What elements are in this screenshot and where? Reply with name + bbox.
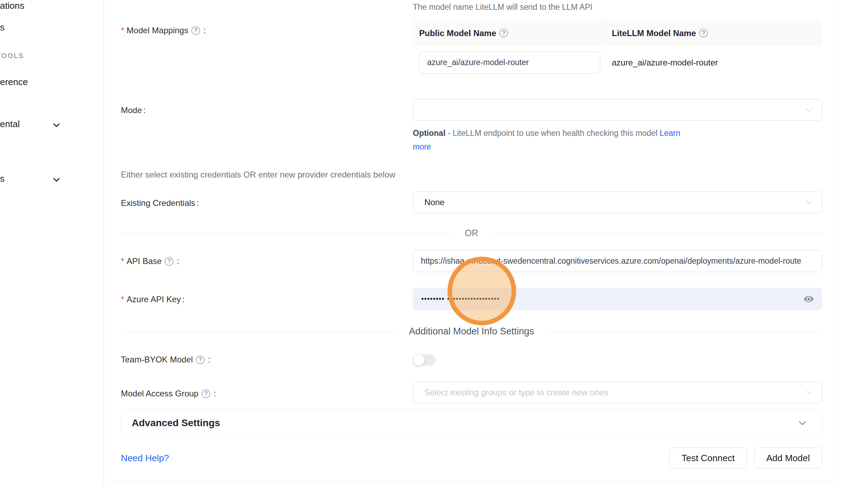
mode-label: Mode : [121, 105, 146, 116]
mode-select[interactable] [413, 99, 822, 121]
sidebar-item-erence[interactable]: erence [0, 76, 28, 88]
sidebar-item-s1[interactable]: s [0, 22, 5, 33]
model-name-hint: The model name LiteLLM will send to the … [413, 2, 822, 12]
help-icon[interactable]: ? [196, 355, 205, 364]
azure-api-key-label: * Azure API Key : [121, 294, 185, 305]
team-byok-label: Team-BYOK Model ? : [121, 354, 210, 365]
chevron-down-icon [797, 418, 808, 428]
required-mark: * [121, 25, 124, 36]
credentials-note: Either select existing credentials OR en… [121, 169, 395, 180]
advanced-settings-title: Advanced Settings [132, 417, 797, 429]
api-base-input[interactable] [413, 250, 822, 272]
litellm-model-name-value: azure_ai/azure-model-router [606, 58, 822, 68]
required-mark: * [121, 294, 124, 305]
page: ations s TOOLS erence ental s The model … [0, 0, 868, 485]
model-access-group-placeholder: Select existing groups or type to create… [424, 388, 608, 397]
additional-settings-divider: Additional Model Info Settings [121, 326, 822, 337]
existing-credentials-value: None [424, 198, 444, 207]
help-icon[interactable]: ? [165, 257, 173, 266]
public-model-name-input[interactable] [419, 51, 600, 74]
advanced-settings-panel[interactable]: Advanced Settings [121, 409, 822, 437]
help-icon[interactable]: ? [499, 29, 508, 37]
model-mappings-table: Public Model Name ? LiteLLM Model Name ? [413, 20, 822, 80]
need-help-link[interactable]: Need Help? [121, 453, 169, 464]
sidebar-item-ations[interactable]: ations [0, 0, 24, 11]
existing-credentials-select[interactable]: None [413, 192, 822, 213]
team-byok-toggle[interactable] [413, 354, 436, 366]
test-connect-button[interactable]: Test Connect [669, 448, 747, 469]
or-divider-text: OR [452, 228, 492, 238]
help-icon[interactable]: ? [699, 29, 708, 37]
help-icon[interactable]: ? [201, 389, 210, 398]
column-separator [606, 23, 606, 43]
azure-api-key-input[interactable]: •••••••• •••••••••••••••••• [413, 288, 822, 310]
add-model-form-card: The model name LiteLLM will send to the … [104, 0, 838, 481]
model-mappings-table-header: Public Model Name ? LiteLLM Model Name ? [413, 20, 822, 46]
additional-settings-divider-text: Additional Model Info Settings [396, 326, 547, 337]
model-access-group-select[interactable]: Select existing groups or type to create… [413, 382, 822, 403]
chevron-down-icon [805, 106, 813, 114]
sidebar-item-ental[interactable]: ental [0, 118, 20, 130]
eye-icon[interactable] [803, 293, 814, 305]
chevron-down-icon [52, 120, 61, 130]
sidebar-item-s2[interactable]: s [0, 173, 5, 184]
or-divider: OR [121, 228, 822, 238]
existing-credentials-label: Existing Credentials : [121, 198, 199, 209]
column-header-public-model-name: Public Model Name ? [413, 28, 606, 38]
model-mappings-label: * Model Mappings ? : [121, 25, 206, 36]
required-mark: * [121, 256, 124, 267]
sidebar-section-tools: TOOLS [0, 51, 24, 60]
sidebar: ations s TOOLS erence ental s [0, 0, 104, 485]
add-model-button[interactable]: Add Model [754, 448, 822, 469]
chevron-down-icon [52, 175, 61, 184]
column-header-litellm-model-name: LiteLLM Model Name ? [606, 28, 822, 38]
help-icon[interactable]: ? [191, 26, 200, 35]
table-row: azure_ai/azure-model-router [413, 46, 822, 80]
chevron-down-icon [805, 388, 813, 397]
chevron-down-icon [805, 198, 813, 207]
mode-helper-text: Optional - LiteLLM endpoint to use when … [413, 126, 698, 154]
api-base-label: * API Base ? : [121, 256, 179, 267]
toggle-knob [413, 354, 425, 366]
model-access-group-label: Model Access Group ? : [121, 388, 216, 399]
masked-api-key-value: •••••••• •••••••••••••••••• [421, 295, 500, 302]
